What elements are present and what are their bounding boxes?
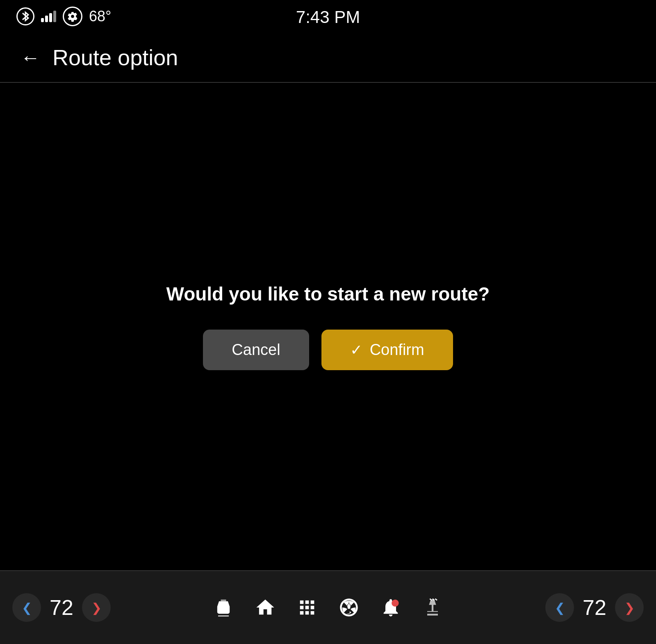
right-temp-increase-button[interactable]: ❯ <box>615 593 644 622</box>
svg-point-1 <box>392 600 399 607</box>
page-title: Route option <box>52 45 178 70</box>
check-icon: ✓ <box>350 341 362 359</box>
bottom-bar: ❮ 72 ❯ <box>0 570 656 644</box>
confirm-button[interactable]: ✓ Confirm <box>321 330 453 370</box>
right-temperature: 72 <box>578 595 611 620</box>
status-time: 7:43 PM <box>296 7 360 27</box>
status-left-group: 68° <box>16 7 111 26</box>
home-icon[interactable] <box>255 597 276 618</box>
left-chevron-icon-right: ❮ <box>555 601 565 615</box>
settings-icon <box>63 7 82 26</box>
svg-point-0 <box>348 606 351 609</box>
notification-icon[interactable] <box>380 597 401 618</box>
cancel-button[interactable]: Cancel <box>203 330 309 370</box>
fan-icon[interactable] <box>338 597 360 618</box>
bottom-center-icons <box>213 597 443 618</box>
left-temp-decrease-button[interactable]: ❮ <box>12 593 41 622</box>
status-temperature: 68° <box>89 8 111 25</box>
left-temperature: 72 <box>45 595 78 620</box>
dialog-question: Would you like to start a new route? <box>166 283 490 305</box>
right-chevron-icon-right: ❯ <box>624 601 635 615</box>
right-temp-control: ❮ 72 ❯ <box>545 593 644 622</box>
right-temp-decrease-button[interactable]: ❮ <box>545 593 574 622</box>
left-temp-increase-button[interactable]: ❯ <box>82 593 111 622</box>
main-content: Would you like to start a new route? Can… <box>0 83 656 570</box>
page-header: ← Route option <box>0 33 656 82</box>
left-temp-control: ❮ 72 ❯ <box>12 593 111 622</box>
right-chevron-icon: ❯ <box>91 601 102 615</box>
back-button[interactable]: ← <box>20 46 40 69</box>
rear-heat-icon[interactable] <box>422 597 443 618</box>
signal-icon <box>41 11 56 22</box>
confirm-label: Confirm <box>370 341 424 359</box>
left-chevron-icon: ❮ <box>22 601 32 615</box>
status-bar: 68° 7:43 PM <box>0 0 656 33</box>
apps-icon[interactable] <box>296 597 318 618</box>
bluetooth-icon <box>16 7 34 25</box>
heat-seat-left-icon[interactable] <box>213 597 234 618</box>
dialog-buttons: Cancel ✓ Confirm <box>203 330 453 370</box>
